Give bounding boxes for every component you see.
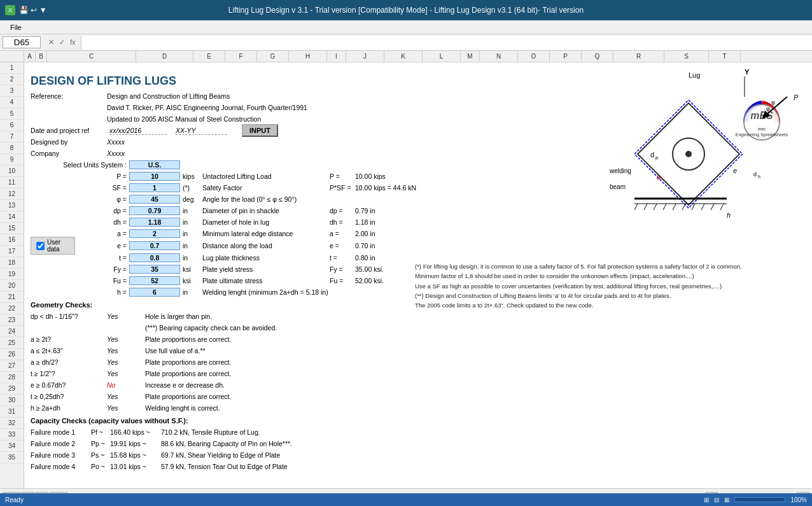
col-header-a[interactable]: A [24,51,36,62]
col-header-h[interactable]: H [289,51,327,62]
param-phi-input[interactable]: 45 [129,195,180,204]
note-5: The 2005 code limits a to 2t+.63". Check… [415,301,809,309]
row-3[interactable]: 3 [0,85,24,97]
row-24[interactable]: 24 [0,326,24,337]
param-dp-input[interactable]: 0.79 [129,206,180,215]
param-fy-unit: ksi [180,265,202,273]
view-page[interactable]: ⊠ [724,496,729,503]
col-header-l[interactable]: L [423,51,461,62]
company-value: Xxxxx [107,150,125,157]
param-p-input[interactable]: 10 [129,172,180,181]
row-num-spacer [0,51,24,62]
param-a-input[interactable]: 2 [129,229,180,238]
row-21[interactable]: 21 [0,292,24,303]
param-t-input[interactable]: 0.8 [129,253,180,262]
user-data-checkbox[interactable] [36,242,45,250]
row-6[interactable]: 6 [0,120,24,131]
check-3-result: Yes [107,347,145,355]
param-dh-rval: 1.18 in [355,218,375,226]
row-8[interactable]: 8 [0,143,24,154]
col-header-r[interactable]: R [613,51,664,62]
check-bearing-note: (***) Bearing capacity check can be avoi… [145,324,277,332]
svg-line-27 [682,204,685,210]
svg-text:d: d [650,151,654,158]
col-header-s[interactable]: S [664,51,709,62]
col-header-q[interactable]: Q [582,51,613,62]
param-dp-unit: in [180,207,202,214]
check-5-cond: t ≥ 1/2"? [31,370,107,377]
view-normal[interactable]: ⊞ [704,496,709,503]
svg-line-29 [701,204,704,210]
row-22[interactable]: 22 [0,303,24,314]
col-header-d[interactable]: D [136,51,193,62]
row-20[interactable]: 20 [0,280,24,292]
row-10[interactable]: 10 [0,165,24,177]
view-layout[interactable]: ⊟ [714,496,719,503]
row-2[interactable]: 2 [0,74,24,85]
row-34[interactable]: 34 [0,440,24,452]
row-33[interactable]: 33 [0,429,24,440]
param-dh-symbol: dh = [31,218,129,226]
row-19[interactable]: 19 [0,269,24,280]
param-h-input[interactable]: 6 [129,288,180,297]
note-4: (**) Design and Construction of Lifting … [415,292,809,300]
svg-line-30 [711,204,714,210]
row-18[interactable]: 18 [0,257,24,269]
col-header-f[interactable]: F [225,51,257,62]
row-27[interactable]: 27 [0,360,24,372]
user-data-checkbox-area[interactable]: User data [31,237,75,255]
col-header-b[interactable]: B [36,51,47,62]
cell-reference[interactable] [3,36,41,48]
row-13[interactable]: 13 [0,200,24,211]
row-7[interactable]: 7 [0,131,24,143]
check-1-result: Yes [107,313,145,320]
row-26[interactable]: 26 [0,349,24,360]
row-4[interactable]: 4 [0,97,24,108]
col-header-n[interactable]: N [480,51,518,62]
svg-line-23 [644,204,647,210]
row-25[interactable]: 25 [0,337,24,349]
col-header-i[interactable]: I [327,51,346,62]
param-h-unit: in [180,288,202,296]
row-32[interactable]: 32 [0,418,24,429]
row-29[interactable]: 29 [0,383,24,395]
row-16[interactable]: 16 [0,234,24,246]
zoom-slider[interactable] [734,497,785,502]
row-5[interactable]: 5 [0,108,24,120]
row-35[interactable]: 35 [0,452,24,463]
formula-bar: ✕ ✓ fx [0,34,812,51]
row-23[interactable]: 23 [0,314,24,326]
check-8-cond: h ≥ 2a+dh [31,404,107,412]
param-sf-input[interactable]: 1 [129,183,180,192]
col-header-m[interactable]: M [461,51,480,62]
param-e-symbol: e = [75,242,129,249]
param-fy-input[interactable]: 35 [129,265,180,274]
row-28[interactable]: 28 [0,372,24,383]
param-e-input[interactable]: 0.7 [129,241,180,250]
col-header-e[interactable]: E [193,51,225,62]
formula-input[interactable] [81,36,812,50]
param-dh-input[interactable]: 1.18 [129,218,180,227]
col-header-g[interactable]: G [257,51,289,62]
col-header-j[interactable]: J [346,51,384,62]
units-value[interactable]: U.S. [129,160,180,169]
col-header-t[interactable]: T [709,51,741,62]
col-header-o[interactable]: O [518,51,550,62]
row-11[interactable]: 11 [0,177,24,188]
col-header-p[interactable]: P [550,51,582,62]
col-header-c[interactable]: C [47,51,136,62]
row-31[interactable]: 31 [0,406,24,418]
row-15[interactable]: 15 [0,223,24,234]
menu-file[interactable]: File [5,22,27,32]
param-fy-rval: 35.00 ksi. [355,265,384,273]
row-12[interactable]: 12 [0,188,24,200]
row-14[interactable]: 14 [0,211,24,223]
row-30[interactable]: 30 [0,395,24,406]
param-fu-input[interactable]: 52 [129,276,180,285]
param-fu-rsym: Fu = [330,277,355,285]
row-17[interactable]: 17 [0,246,24,257]
col-header-k[interactable]: K [384,51,423,62]
row-9[interactable]: 9 [0,154,24,165]
row-1[interactable]: 1 [0,62,24,74]
input-button[interactable]: INPUT [242,124,278,137]
